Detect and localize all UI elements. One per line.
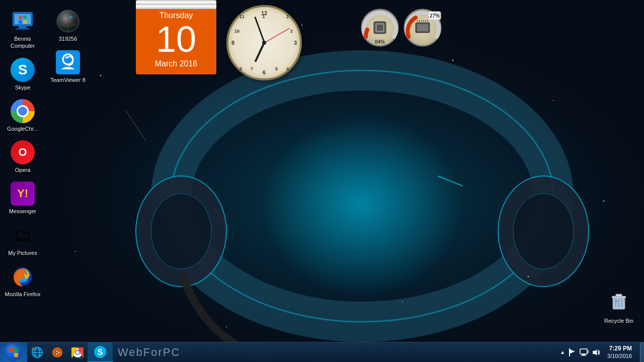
svg-point-36 bbox=[69, 16, 72, 19]
messenger-icon: Y! bbox=[11, 182, 35, 206]
taskbar-skype-button[interactable]: S bbox=[88, 342, 113, 363]
icon-mozilla-firefox[interactable]: Mozilla Firefox bbox=[0, 260, 45, 302]
svg-point-8 bbox=[513, 194, 574, 269]
svg-point-73 bbox=[56, 351, 58, 353]
svg-rect-41 bbox=[616, 294, 622, 297]
svg-rect-26 bbox=[16, 28, 30, 30]
svg-point-14 bbox=[553, 100, 554, 101]
tray-expand-arrow[interactable]: ▲ bbox=[560, 349, 565, 355]
tray-volume-icon[interactable] bbox=[591, 342, 601, 363]
icon-skype-label: Skype bbox=[15, 84, 31, 91]
tray-flag-icon[interactable] bbox=[567, 342, 577, 363]
svg-point-13 bbox=[452, 60, 454, 61]
svg-point-16 bbox=[603, 201, 605, 202]
icon-my-pictures-label: My Pictures bbox=[8, 249, 37, 256]
svg-point-6 bbox=[151, 194, 211, 269]
taskbar-ie-icon[interactable] bbox=[27, 342, 47, 363]
teamviewer-icon bbox=[56, 50, 80, 74]
svg-rect-27 bbox=[19, 16, 22, 19]
svg-rect-24 bbox=[15, 14, 31, 24]
icon-teamviewer[interactable]: TeamViewer 8 bbox=[45, 46, 91, 87]
svg-text:04%: 04% bbox=[375, 39, 385, 45]
recycle-bin-icon bbox=[608, 289, 630, 316]
svg-rect-64 bbox=[14, 353, 18, 357]
second-hand bbox=[264, 28, 290, 43]
svg-text:S: S bbox=[98, 348, 103, 356]
svg-rect-84 bbox=[581, 355, 586, 356]
svg-point-76 bbox=[76, 351, 79, 354]
clock-date: 3/10/2016 bbox=[607, 352, 632, 359]
clock-time: 7:29 PM bbox=[607, 345, 632, 353]
webforpc-text: WebForPC bbox=[118, 346, 180, 359]
computer-icon bbox=[11, 9, 35, 33]
svg-rect-62 bbox=[14, 348, 18, 352]
start-orb bbox=[5, 343, 23, 361]
icon-opera[interactable]: O Opera bbox=[0, 136, 45, 177]
show-desktop-button[interactable] bbox=[640, 342, 644, 363]
taskbar: S WebForPC ▲ bbox=[0, 342, 644, 362]
icon-bennis-computer-label: Bennis Computer bbox=[3, 35, 43, 50]
clock-center bbox=[262, 41, 266, 45]
svg-point-19 bbox=[226, 326, 227, 327]
chrome-icon bbox=[11, 99, 35, 123]
start-button[interactable] bbox=[0, 342, 27, 363]
skype-icon: S bbox=[11, 58, 35, 82]
icon-319256[interactable]: 319256 bbox=[45, 5, 91, 46]
gpu-gauge: 27% bbox=[403, 8, 443, 50]
recycle-bin[interactable]: Recycle Bin bbox=[599, 286, 639, 327]
icon-bennis-computer[interactable]: Bennis Computer bbox=[0, 5, 45, 54]
icon-skype[interactable]: S Skype bbox=[0, 54, 45, 95]
taskbar-chrome-icon[interactable] bbox=[67, 342, 88, 363]
319256-icon bbox=[56, 9, 80, 33]
svg-rect-52 bbox=[417, 24, 428, 31]
svg-rect-29 bbox=[19, 20, 22, 24]
icon-messenger-label: Messenger bbox=[9, 208, 36, 215]
svg-rect-83 bbox=[582, 354, 585, 355]
desktop: Bennis Computer S Skype GoogleChr... O O… bbox=[0, 0, 644, 362]
wallpaper-art bbox=[0, 0, 644, 362]
calendar-widget[interactable]: Thursday 10 March 2016 bbox=[136, 0, 216, 74]
svg-rect-25 bbox=[19, 26, 27, 28]
icon-teamviewer-label: TeamViewer 8 bbox=[50, 76, 86, 83]
calendar-rings bbox=[136, 0, 216, 9]
icon-firefox-label: Mozilla Firefox bbox=[5, 291, 41, 298]
svg-rect-85 bbox=[588, 350, 589, 353]
svg-point-11 bbox=[100, 75, 102, 76]
recycle-bin-label: Recycle Bin bbox=[604, 318, 633, 324]
svg-point-20 bbox=[528, 276, 529, 278]
minute-hand bbox=[254, 17, 265, 43]
svg-rect-61 bbox=[9, 348, 13, 352]
svg-rect-63 bbox=[9, 353, 13, 357]
my-pictures-icon: 🗂 bbox=[11, 223, 35, 247]
svg-marker-86 bbox=[593, 349, 597, 355]
svg-rect-82 bbox=[580, 349, 587, 354]
desktop-icons-area: Bennis Computer S Skype GoogleChr... O O… bbox=[0, 5, 91, 337]
svg-rect-81 bbox=[569, 348, 570, 353]
clock-face: 12 3 6 9 2 11 1 4 8 10 2 5 7 bbox=[226, 5, 302, 80]
svg-point-17 bbox=[402, 301, 403, 302]
system-tray: ▲ bbox=[556, 342, 640, 363]
svg-rect-48 bbox=[377, 25, 383, 31]
hour-hand bbox=[254, 42, 265, 62]
icon-my-pictures[interactable]: 🗂 My Pictures bbox=[0, 219, 45, 260]
svg-text:27%: 27% bbox=[430, 13, 440, 19]
clock-widget: 12 3 6 9 2 11 1 4 8 10 2 5 7 bbox=[226, 5, 302, 80]
cpu-gauge: 04% bbox=[360, 8, 400, 50]
taskbar-text-area: WebForPC bbox=[113, 346, 556, 359]
taskbar-media-icon[interactable] bbox=[47, 342, 67, 363]
icon-google-chrome[interactable]: GoogleChr... bbox=[0, 95, 45, 136]
calendar-month-year: March 2016 bbox=[136, 59, 216, 74]
svg-point-10 bbox=[262, 116, 463, 297]
firefox-icon bbox=[11, 264, 35, 289]
icon-chrome-label: GoogleChr... bbox=[7, 125, 38, 132]
opera-icon: O bbox=[11, 140, 35, 164]
tray-display-icon[interactable] bbox=[579, 342, 589, 363]
icon-319256-label: 319256 bbox=[59, 35, 77, 42]
svg-marker-80 bbox=[570, 349, 575, 353]
icon-messenger[interactable]: Y! Messenger bbox=[0, 177, 45, 219]
icon-opera-label: Opera bbox=[15, 166, 31, 173]
svg-rect-30 bbox=[23, 20, 27, 24]
system-gauges: 04% 27% bbox=[360, 8, 443, 50]
calendar-day-number: 10 bbox=[136, 21, 216, 59]
system-clock[interactable]: 7:29 PM 3/10/2016 bbox=[603, 345, 636, 360]
